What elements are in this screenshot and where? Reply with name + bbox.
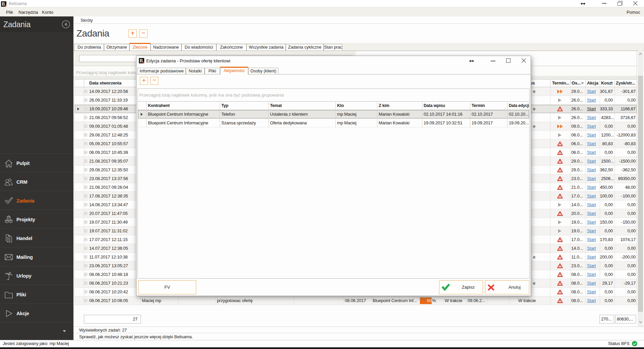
svg-text:B: B: [140, 58, 143, 63]
svg-text:B: B: [2, 2, 5, 7]
